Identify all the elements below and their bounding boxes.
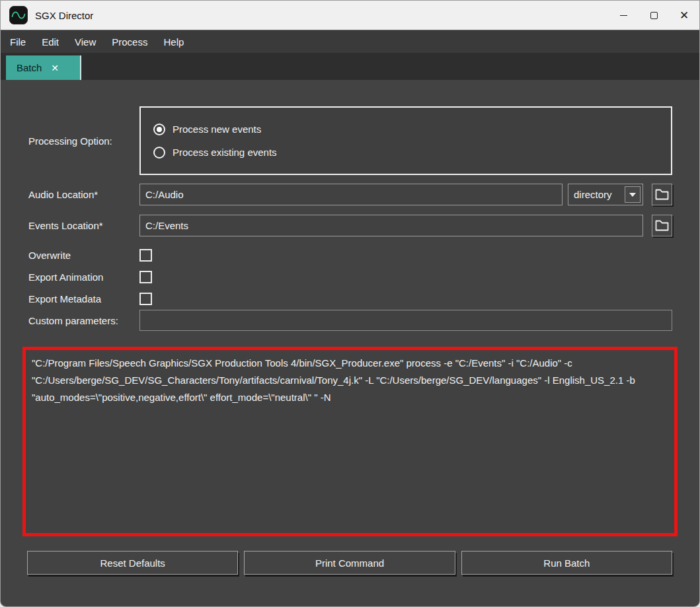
menu-view[interactable]: View	[67, 30, 104, 53]
radio-process-existing-events-label: Process existing events	[173, 147, 277, 158]
audio-location-label: Audio Location*	[28, 189, 139, 200]
processing-option-label: Processing Option:	[28, 135, 139, 147]
titlebar: SGX Director ✕	[1, 1, 699, 30]
menu-process[interactable]: Process	[104, 30, 155, 53]
folder-icon	[655, 220, 669, 231]
overwrite-label: Overwrite	[28, 250, 139, 261]
app-window: SGX Director ✕ File Edit View Process He…	[0, 0, 700, 607]
app-logo-icon	[9, 6, 28, 24]
dropdown-arrow-button[interactable]	[625, 186, 641, 203]
radio-process-new-events[interactable]: Process new events	[153, 124, 671, 135]
menu-edit[interactable]: Edit	[34, 30, 67, 53]
menu-help[interactable]: Help	[155, 30, 192, 53]
close-icon: ✕	[680, 10, 689, 21]
custom-parameters-label: Custom parameters:	[28, 315, 139, 326]
processing-option-group: Process new events Process existing even…	[139, 106, 672, 175]
maximize-button[interactable]	[639, 1, 669, 30]
minimize-icon	[620, 15, 627, 16]
radio-icon-unselected[interactable]	[153, 147, 165, 159]
dropdown-selected-value: directory	[568, 189, 625, 200]
chevron-down-icon	[629, 193, 636, 197]
tab-batch-label: Batch	[17, 62, 42, 73]
radio-process-new-events-label: Process new events	[173, 124, 261, 135]
tab-strip: Batch ✕	[1, 53, 699, 80]
menubar: File Edit View Process Help	[1, 30, 699, 53]
export-animation-checkbox[interactable]	[139, 271, 152, 283]
custom-parameters-input[interactable]	[139, 310, 672, 331]
batch-panel: Processing Option: Process new events Pr…	[1, 80, 699, 606]
command-preview-text: "C:/Program Files/Speech Graphics/SGX Pr…	[32, 355, 668, 406]
print-command-button[interactable]: Print Command	[244, 551, 455, 575]
export-animation-label: Export Animation	[28, 271, 139, 283]
menu-file[interactable]: File	[1, 30, 34, 53]
folder-icon	[655, 189, 669, 200]
action-button-row: Reset Defaults Print Command Run Batch	[27, 551, 672, 575]
command-preview-panel[interactable]: "C:/Program Files/Speech Graphics/SGX Pr…	[22, 347, 678, 536]
audio-location-type-dropdown[interactable]: directory	[568, 184, 643, 205]
window-title: SGX Director	[35, 10, 93, 21]
export-metadata-checkbox[interactable]	[139, 293, 152, 305]
audio-location-browse-button[interactable]	[652, 184, 672, 205]
run-batch-button[interactable]: Run Batch	[461, 551, 672, 575]
events-location-browse-button[interactable]	[652, 215, 672, 236]
tab-batch[interactable]: Batch ✕	[6, 55, 81, 80]
radio-icon-selected[interactable]	[153, 124, 165, 135]
minimize-button[interactable]	[608, 1, 639, 30]
maximize-icon	[650, 12, 658, 19]
events-location-input[interactable]	[139, 215, 643, 236]
overwrite-checkbox[interactable]	[139, 249, 152, 262]
audio-location-input[interactable]	[139, 184, 563, 205]
export-metadata-label: Export Metadata	[28, 293, 139, 304]
events-location-label: Events Location*	[28, 220, 139, 231]
tab-close-icon[interactable]: ✕	[51, 63, 59, 73]
radio-process-existing-events[interactable]: Process existing events	[153, 147, 671, 159]
close-button[interactable]: ✕	[669, 1, 699, 30]
reset-defaults-button[interactable]: Reset Defaults	[27, 551, 238, 575]
